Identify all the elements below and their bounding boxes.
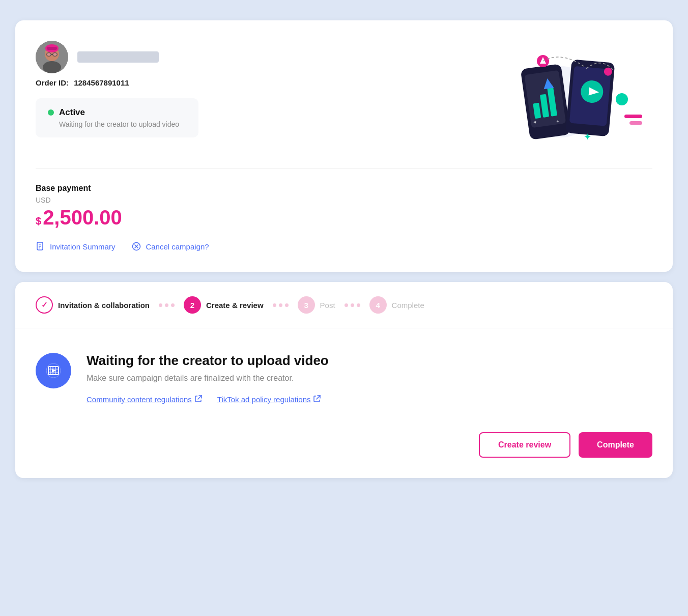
- dot: [279, 303, 282, 307]
- base-payment-label: Base payment: [36, 184, 652, 193]
- external-link-icon-1: [195, 395, 202, 404]
- tiktok-ad-policy-link[interactable]: TikTok ad policy regulations: [217, 395, 321, 404]
- step-3-label: Post: [320, 301, 335, 310]
- content-title: Waiting for the creator to upload video: [87, 353, 652, 369]
- order-id-value: 1284567891011: [74, 78, 129, 87]
- step-4-icon: 4: [369, 296, 387, 314]
- step-4-icon-symbol: 4: [376, 301, 380, 310]
- step-2-icon-symbol: 2: [190, 301, 194, 310]
- dot: [159, 303, 162, 307]
- tiktok-ad-policy-label: TikTok ad policy regulations: [217, 395, 311, 404]
- complete-button[interactable]: Complete: [579, 432, 652, 458]
- svg-rect-27: [624, 115, 642, 118]
- order-id-row: Order ID: 1284567891011: [36, 78, 479, 87]
- step-3: 3 Post: [298, 296, 335, 314]
- dots-1: [159, 303, 175, 307]
- svg-rect-42: [48, 369, 59, 370]
- community-content-link[interactable]: Community content regulations: [87, 395, 202, 404]
- status-dot: [48, 109, 54, 116]
- links-row: Invitation Summary Cancel campaign?: [36, 241, 652, 251]
- user-row: [36, 41, 479, 73]
- dots-2: [273, 303, 289, 307]
- svg-line-45: [198, 396, 202, 399]
- svg-text:✦: ✦: [584, 132, 591, 142]
- step-2: 2 Create & review: [184, 296, 264, 314]
- cancel-campaign-label: Cancel campaign?: [146, 242, 209, 251]
- step-3-icon: 3: [298, 296, 315, 314]
- status-subtitle: Waiting for the creator to upload video: [59, 120, 186, 128]
- svg-rect-4: [47, 47, 57, 50]
- step-1: ✓ Invitation & collaboration: [36, 296, 150, 314]
- reg-links: Community content regulations TikTok ad …: [87, 395, 652, 404]
- document-icon: [36, 241, 46, 251]
- dot: [165, 303, 168, 307]
- svg-rect-8: [47, 53, 51, 56]
- content-icon: [36, 353, 71, 388]
- status-box: Active Waiting for the creator to upload…: [36, 98, 198, 137]
- dot: [171, 303, 175, 307]
- actions-row: Create review Complete: [15, 432, 673, 478]
- status-label: Active: [59, 107, 85, 118]
- dollar-sign: $: [36, 215, 41, 227]
- external-link-icon-2: [313, 395, 321, 404]
- step-1-icon-symbol: ✓: [41, 300, 48, 310]
- amount-row: $ 2,500.00: [36, 206, 652, 229]
- svg-rect-28: [629, 121, 642, 125]
- invitation-summary-link[interactable]: Invitation Summary: [36, 241, 115, 251]
- svg-rect-43: [48, 372, 59, 373]
- illustration: ✦ ✦: [479, 41, 652, 153]
- create-review-button[interactable]: Create review: [479, 432, 570, 458]
- svg-text:✦: ✦: [533, 119, 537, 125]
- step-3-icon-symbol: 3: [304, 301, 308, 310]
- step-1-icon: ✓: [36, 296, 53, 314]
- content-text: Waiting for the creator to upload video …: [87, 353, 652, 404]
- svg-rect-9: [53, 53, 57, 56]
- svg-point-26: [616, 93, 628, 105]
- amount-value: 2,500.00: [43, 206, 122, 229]
- svg-point-1: [43, 61, 61, 73]
- step-4: 4 Complete: [369, 296, 424, 314]
- status-row: Active: [48, 107, 186, 118]
- step-1-label: Invitation & collaboration: [58, 301, 150, 310]
- step-4-label: Complete: [392, 301, 424, 310]
- invitation-summary-label: Invitation Summary: [50, 242, 115, 251]
- order-id-label: Order ID:: [36, 78, 69, 87]
- dot: [351, 303, 354, 307]
- content-desc: Make sure campaign details are finalized…: [87, 374, 652, 383]
- dot: [345, 303, 348, 307]
- steps-card: ✓ Invitation & collaboration 2 Create & …: [15, 282, 673, 478]
- currency-label: USD: [36, 196, 652, 204]
- top-card: Order ID: 1284567891011 Active Waiting f…: [15, 20, 673, 272]
- cancel-campaign-link[interactable]: Cancel campaign?: [131, 241, 209, 251]
- dots-3: [345, 303, 360, 307]
- username-bar: [77, 51, 159, 63]
- step-2-label: Create & review: [206, 301, 264, 310]
- step-2-icon: 2: [184, 296, 201, 314]
- cancel-icon: [131, 241, 141, 251]
- svg-line-46: [317, 396, 320, 399]
- dot: [357, 303, 360, 307]
- dot: [285, 303, 289, 307]
- content-area: Waiting for the creator to upload video …: [15, 328, 673, 432]
- dot: [273, 303, 276, 307]
- community-content-label: Community content regulations: [87, 395, 192, 404]
- avatar: [36, 41, 68, 73]
- divider: [36, 168, 652, 169]
- svg-text:✦: ✦: [556, 120, 560, 125]
- steps-header: ✓ Invitation & collaboration 2 Create & …: [15, 282, 673, 328]
- left-info: Order ID: 1284567891011 Active Waiting f…: [36, 41, 479, 137]
- payment-section: Base payment USD $ 2,500.00: [36, 184, 652, 229]
- svg-rect-39: [50, 367, 51, 375]
